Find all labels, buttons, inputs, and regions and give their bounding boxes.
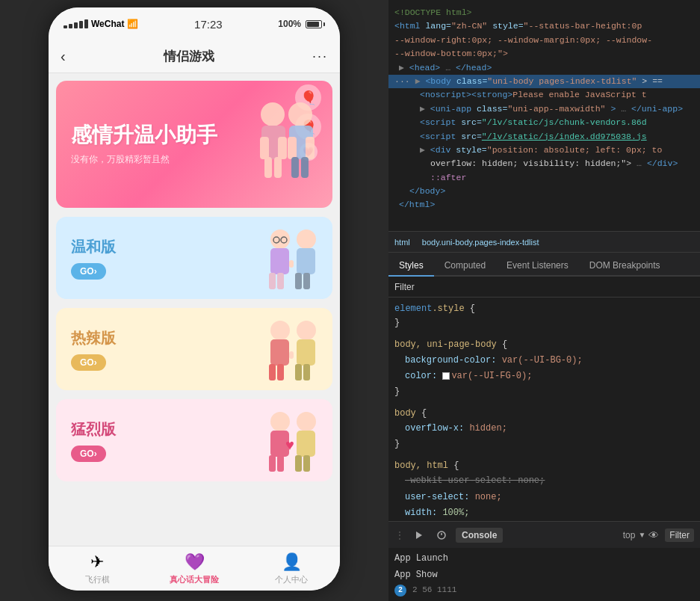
css-rule-close-2: }: [394, 385, 694, 399]
card-illustration-intense: ♥: [254, 407, 329, 481]
tab-computed[interactable]: Computed: [434, 256, 496, 277]
tab-dom-breakpoints[interactable]: DOM Breakpoints: [579, 256, 671, 277]
svg-rect-16: [269, 273, 276, 289]
css-prop-webkit-user-select: -webkit-user-select: none;: [394, 473, 694, 490]
console-top-select: top ▼ 👁 Filter: [623, 528, 694, 542]
tab-truth-dare-label: 真心话大冒险: [170, 574, 219, 585]
card-left-spicy: 热辣版 GO›: [71, 328, 116, 371]
back-button[interactable]: ‹: [61, 48, 66, 65]
svg-rect-17: [277, 273, 284, 289]
svg-rect-37: [297, 431, 315, 457]
tree-line-html-cont1: --window-right:0px; --window-margin:0px;…: [388, 34, 700, 47]
signal-bars: [64, 19, 88, 28]
card-intense[interactable]: 猛烈版 GO› ♥: [56, 399, 332, 481]
svg-point-32: [270, 412, 290, 431]
page-title: 情侣游戏: [164, 48, 214, 65]
console-label[interactable]: Console: [456, 528, 503, 543]
tree-line-html-open: <html lang="zh-CN" style="--status-bar-h…: [388, 19, 700, 33]
tree-line-head[interactable]: ▶ <head> … </head>: [388, 61, 700, 75]
battery-indicator: [306, 20, 325, 28]
card-mild[interactable]: 温和版 GO›: [56, 217, 332, 299]
go-button-spicy[interactable]: GO›: [71, 354, 106, 371]
svg-point-23: [270, 321, 290, 340]
console-stop-btn[interactable]: [433, 527, 450, 543]
status-bar: WeChat 📶 17:23 100%: [49, 7, 340, 40]
svg-rect-30: [303, 364, 310, 380]
tree-line-html-cont2: --window-bottom:0px;">: [388, 47, 700, 61]
card-left-intense: 猛烈版 GO›: [71, 419, 116, 462]
svg-rect-34: [269, 455, 276, 472]
wifi-icon: 📶: [127, 19, 138, 29]
status-right: 100%: [278, 19, 325, 29]
banner: 感情升温小助手 没有你，万股精彩暂且然 🎈 🎈 💗: [56, 81, 332, 208]
signal-bar-5: [84, 19, 88, 28]
tab-styles[interactable]: Styles: [388, 256, 434, 277]
carrier-label: WeChat: [91, 19, 124, 29]
tab-profile[interactable]: 👤 个人中心: [243, 552, 340, 585]
css-rule-close-3: }: [394, 437, 694, 451]
svg-point-27: [297, 321, 316, 340]
svg-rect-39: [303, 455, 310, 472]
phone-panel: WeChat 📶 17:23 100% ‹ 情侣游戏 ···: [0, 0, 388, 601]
css-prop-user-select: user-select: none;: [394, 490, 694, 506]
battery-pct-label: 100%: [278, 19, 301, 29]
filter-label: Filter: [394, 282, 415, 292]
svg-rect-22: [289, 260, 294, 268]
css-selector-element: element.style {: [394, 302, 694, 316]
console-log-area: App Launch App Show 2 2 56 1111: [388, 548, 700, 601]
card-illustration-spicy: [254, 315, 329, 390]
devtools-console-bar: ⋮ Console top ▼ 👁 Filter: [388, 521, 700, 548]
breadcrumb-body[interactable]: body.uni-body.pages-index-tdlist: [422, 238, 539, 247]
filter-console-label: Filter: [665, 528, 694, 542]
filter-input[interactable]: [419, 282, 694, 292]
tab-flight-chess-label: 飞行棋: [85, 574, 110, 585]
battery-tip: [323, 22, 325, 26]
svg-rect-21: [303, 273, 310, 289]
css-prop-overflow: overflow-x: hidden;: [394, 421, 694, 437]
signal-bar-4: [79, 21, 83, 28]
tree-line-body-selected[interactable]: ··· ▶ <body class="uni-body pages-index-…: [388, 75, 700, 88]
card-title-intense: 猛烈版: [71, 419, 116, 440]
tree-line-body-close: </body>: [388, 185, 700, 198]
couple-svg-banner: [239, 96, 329, 208]
tree-line-uniapp[interactable]: ▶ <uni-app class="uni-app--maxwidth" > ……: [388, 102, 700, 116]
tree-line-div[interactable]: ▶ <div style="position: absolute; left: …: [388, 144, 700, 157]
tree-line-script2: <script src="/lv/static/js/index.dd97503…: [388, 130, 700, 144]
css-rule-body-unipagebody: body, uni-page-body { background-color: …: [394, 338, 694, 399]
card-illustration-mild: [254, 224, 329, 299]
svg-rect-19: [297, 248, 315, 274]
banner-subtitle: 没有你，万股精彩暂且然: [71, 153, 318, 166]
tab-event-listeners[interactable]: Event Listeners: [496, 256, 579, 277]
tab-profile-label: 个人中心: [275, 574, 308, 585]
more-button[interactable]: ···: [312, 49, 328, 64]
card-title-spicy: 热辣版: [71, 328, 116, 348]
console-log-text-1: App Launch: [394, 551, 448, 567]
tree-line-after: ::after: [388, 171, 700, 185]
css-selector-body-uni: body, uni-page-body {: [394, 338, 694, 352]
tab-flight-chess[interactable]: ✈ 飞行棋: [49, 552, 146, 585]
svg-point-18: [297, 229, 316, 249]
console-top-label: top: [623, 530, 636, 540]
svg-rect-31: [289, 351, 294, 359]
eye-icon[interactable]: 👁: [648, 529, 659, 541]
status-left: WeChat 📶: [64, 19, 138, 29]
drag-handle: ⋮: [394, 529, 405, 541]
console-run-btn[interactable]: [411, 527, 427, 543]
svg-rect-26: [277, 364, 284, 380]
go-button-intense[interactable]: GO›: [71, 446, 106, 462]
breadcrumb-html[interactable]: html: [394, 238, 410, 247]
tree-line-html-close: </html>: [388, 198, 700, 212]
svg-rect-29: [295, 364, 302, 380]
svg-rect-35: [277, 455, 284, 472]
console-log-app-show: App Show: [394, 567, 694, 584]
go-button-mild[interactable]: GO›: [71, 263, 106, 280]
svg-marker-41: [416, 531, 422, 539]
css-rule-body-html: body, html { -webkit-user-select: none; …: [394, 459, 694, 521]
tree-line-div-cont: overflow: hidden; visibility: hidden;"> …: [388, 157, 700, 170]
flight-chess-icon: ✈: [90, 552, 104, 572]
tab-truth-dare[interactable]: 💜 真心话大冒险: [146, 552, 243, 585]
card-spicy[interactable]: 热辣版 GO›: [56, 308, 332, 390]
css-prop-bg-color: background-color: var(--UI-BG-0);: [394, 353, 694, 369]
console-log-error: 2 2 56 1111: [394, 583, 694, 598]
battery-fill: [307, 22, 319, 27]
